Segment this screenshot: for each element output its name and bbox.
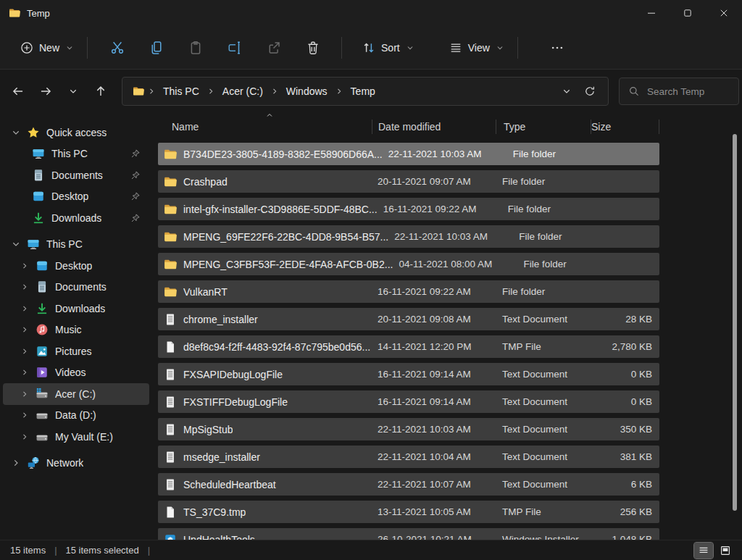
chevron-right-icon[interactable] [19,432,30,441]
file-date-modified: 20-11-2021 09:08 AM [372,314,495,325]
minimize-button[interactable] [633,0,670,26]
videos-icon [36,366,49,379]
recent-locations-button[interactable] [61,79,86,104]
chevron-right-icon[interactable] [19,283,30,291]
up-button[interactable] [88,79,113,104]
thumbnails-view-button[interactable] [716,543,735,559]
more-options-button[interactable] [543,33,572,62]
paste-button[interactable] [181,33,210,62]
file-date-modified: 16-11-2021 09:14 AM [372,396,495,407]
file-row[interactable]: Crashpad20-11-2021 09:07 AMFile folder [158,170,659,193]
sidebar-item-desktop[interactable]: Desktop [3,255,149,277]
file-row[interactable]: MPENG_69FE22F6-22BC-4DD8-9B54-B57...22-1… [158,225,659,248]
details-view-button[interactable] [694,543,713,559]
file-name-cell: intel-gfx-installer-C3D9886E-5DDF-48BC..… [158,203,378,216]
sidebar-item-downloads[interactable]: Downloads [3,207,149,229]
sidebar-item-downloads[interactable]: Downloads [3,298,149,319]
column-label: Size [591,121,611,133]
chevron-right-icon[interactable] [19,390,30,398]
chevron-down-icon[interactable] [10,239,22,249]
search-input[interactable] [647,86,727,97]
file-type: TMP File [495,341,589,352]
desktop-icon [36,259,49,272]
maximize-button[interactable] [670,0,706,26]
refresh-button[interactable] [578,80,602,103]
sidebar-item-desktop[interactable]: Desktop [3,186,149,208]
chevron-right-icon[interactable] [19,368,30,377]
column-separator[interactable] [659,120,659,134]
sidebar-item-pictures[interactable]: Pictures [3,340,149,362]
window-title-group: Temp [0,7,50,19]
file-date-modified: 16-11-2021 09:22 AM [372,286,495,297]
sidebar-section-this-pc[interactable]: This PC [3,234,149,256]
chevron-right-icon[interactable] [19,304,30,313]
sidebar-item-data-d[interactable]: Data (D:) [3,405,149,427]
copy-button[interactable] [142,33,171,62]
scrollbar-thumb[interactable] [733,134,737,511]
sort-button[interactable]: Sort [355,35,422,60]
chevron-right-icon[interactable] [19,325,30,334]
sidebar-item-my-vault-e[interactable]: My Vault (E:) [3,426,149,448]
file-row[interactable]: chrome_installer20-11-2021 09:08 AMText … [158,308,659,330]
file-name: ScheduledHeartbeat [183,479,276,490]
file-size: 6 KB [589,479,659,490]
file-row[interactable]: d8ef8c94-f2ff-4483-92f4-87c795be0d56...1… [158,335,659,358]
new-button-label: New [39,42,59,54]
file-row[interactable]: VulkanRT16-11-2021 09:22 AMFile folder [158,280,659,303]
file-row[interactable]: FXSTIFFDebugLogFile16-11-2021 09:14 AMTe… [158,390,659,413]
file-row[interactable]: B734DE23-3805-4189-8382-E58906D66A...22-… [158,143,659,165]
sidebar-item-music[interactable]: Music [3,319,149,341]
column-header-date-modified[interactable]: Date modified [372,119,496,135]
command-icon-group [98,33,333,62]
forward-button[interactable] [33,79,58,104]
maximize-icon [682,7,693,19]
sidebar-section-network[interactable]: Network [3,453,149,475]
address-dropdown-button[interactable] [556,86,578,96]
sidebar-item-videos[interactable]: Videos [3,362,149,384]
file-row[interactable]: MpSigStub22-11-2021 10:03 AMText Documen… [158,418,659,440]
file-name-cell: FXSAPIDebugLogFile [158,368,372,381]
file-row[interactable]: MPENG_C3FBF53F-2EDE-4FA8-AFCB-0B2...04-1… [158,253,659,275]
cut-button[interactable] [103,33,132,62]
scrollbar-track[interactable] [732,112,739,540]
sidebar-section-quick-access[interactable]: Quick access [3,122,149,143]
breadcrumb-segment-this-pc[interactable]: This PC [159,83,204,99]
chevron-right-icon[interactable] [19,262,30,270]
back-button[interactable] [6,79,30,104]
search-box[interactable] [619,78,739,105]
sidebar-item-documents[interactable]: Documents [3,277,149,298]
file-row[interactable]: intel-gfx-installer-C3D9886E-5DDF-48BC..… [158,198,659,220]
column-header-size[interactable]: Size [591,119,659,135]
sidebar-item-label: Pictures [55,346,92,357]
column-header-type[interactable]: Type [496,119,591,135]
sort-icon [362,41,375,54]
file-row[interactable]: TS_37C9.tmp13-11-2021 10:05 AMTMP File25… [158,501,659,523]
status-separator [148,545,150,556]
breadcrumb-segment-temp[interactable]: Temp [346,83,380,99]
chevron-right-icon[interactable] [19,347,30,356]
chevron-right-icon[interactable] [10,458,22,468]
share-button[interactable] [259,33,288,62]
breadcrumb-segment-windows[interactable]: Windows [282,83,332,99]
address-bar[interactable]: This PCAcer (C:)WindowsTemp [122,77,609,106]
close-button[interactable] [706,0,742,26]
sidebar-item-this-pc[interactable]: This PC [3,143,149,165]
sidebar-item-acer-c[interactable]: Acer (C:) [3,383,149,405]
file-date-modified: 22-11-2021 10:07 AM [372,479,495,490]
column-header-name[interactable]: Name [158,119,372,135]
file-row[interactable]: ScheduledHeartbeat22-11-2021 10:07 AMTex… [158,473,659,496]
document-icon [36,280,49,293]
file-row[interactable]: FXSAPIDebugLogFile16-11-2021 09:14 AMTex… [158,363,659,385]
chevron-down-icon[interactable] [10,128,22,138]
view-button[interactable]: View [442,35,512,60]
file-name-cell: VulkanRT [158,285,372,298]
folder-icon [164,285,177,298]
delete-button[interactable] [299,33,328,62]
breadcrumb-segment-acer-c[interactable]: Acer (C:) [218,83,267,99]
pictures-icon [36,345,49,358]
rename-button[interactable] [220,33,249,62]
chevron-right-icon[interactable] [19,411,30,419]
sidebar-item-documents[interactable]: Documents [3,164,149,186]
file-row[interactable]: msedge_installer22-11-2021 10:04 AMText … [158,446,659,468]
new-button[interactable]: New [13,35,81,60]
